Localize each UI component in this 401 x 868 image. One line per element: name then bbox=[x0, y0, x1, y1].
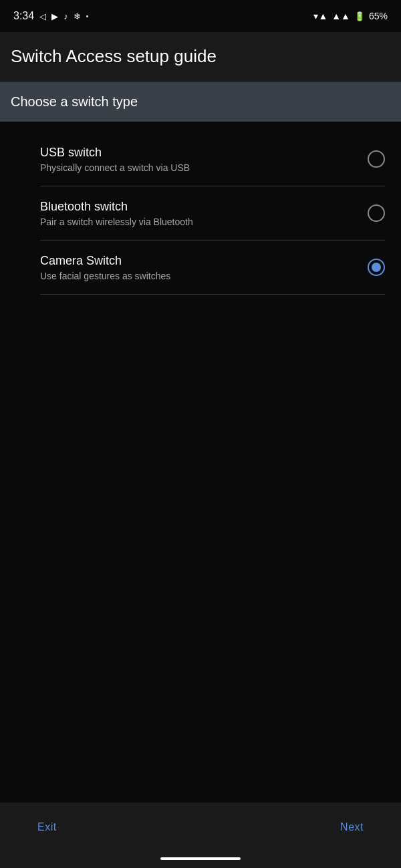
next-button[interactable]: Next bbox=[329, 816, 374, 839]
option-bluetooth-subtitle: Pair a switch wirelessly via Bluetooth bbox=[40, 216, 357, 227]
option-camera-content: Camera Switch Use facial gestures as swi… bbox=[40, 254, 357, 281]
option-usb-title: USB switch bbox=[40, 146, 357, 160]
option-bluetooth-title: Bluetooth switch bbox=[40, 200, 357, 214]
option-camera-subtitle: Use facial gestures as switches bbox=[40, 271, 357, 281]
navigation-icon: ◁ bbox=[39, 11, 46, 21]
status-time: 3:34 ◁ ▶ ♪ ❄ • bbox=[13, 10, 88, 22]
signal-icon: ▲▲ bbox=[331, 11, 350, 21]
option-bluetooth-content: Bluetooth switch Pair a switch wirelessl… bbox=[40, 200, 357, 227]
home-bar bbox=[160, 857, 241, 860]
dot-icon: • bbox=[86, 13, 89, 20]
option-usb-content: USB switch Physically connect a switch v… bbox=[40, 146, 357, 173]
option-usb-subtitle: Physically connect a switch via USB bbox=[40, 162, 357, 173]
option-camera-title: Camera Switch bbox=[40, 254, 357, 268]
music-icon: ♪ bbox=[63, 11, 68, 21]
radio-bluetooth[interactable] bbox=[368, 204, 385, 222]
bluetooth-status-icon: ❄ bbox=[74, 11, 81, 21]
status-indicators: ▾▲ ▲▲ 🔋 65% bbox=[313, 11, 388, 21]
bottom-bar: Exit Next bbox=[0, 803, 401, 868]
option-camera[interactable]: Camera Switch Use facial gestures as swi… bbox=[0, 241, 401, 295]
radio-camera[interactable] bbox=[368, 259, 385, 276]
youtube-icon: ▶ bbox=[51, 11, 58, 21]
wifi-icon: ▾▲ bbox=[313, 11, 327, 21]
radio-camera-selected-indicator bbox=[372, 263, 381, 272]
page-title: Switch Access setup guide bbox=[11, 45, 390, 68]
app-header: Switch Access setup guide bbox=[0, 32, 401, 82]
section-header: Choose a switch type bbox=[0, 82, 401, 122]
battery-level: 65% bbox=[369, 11, 388, 21]
home-indicator bbox=[0, 852, 401, 868]
section-title: Choose a switch type bbox=[11, 94, 390, 110]
battery-icon: 🔋 bbox=[354, 11, 365, 21]
status-bar: 3:34 ◁ ▶ ♪ ❄ • ▾▲ ▲▲ 🔋 65% bbox=[0, 0, 401, 32]
options-list: USB switch Physically connect a switch v… bbox=[0, 122, 401, 305]
radio-usb[interactable] bbox=[368, 150, 385, 168]
bottom-actions: Exit Next bbox=[0, 803, 401, 852]
exit-button[interactable]: Exit bbox=[27, 816, 68, 839]
option-usb[interactable]: USB switch Physically connect a switch v… bbox=[0, 132, 401, 186]
time-display: 3:34 bbox=[13, 10, 34, 22]
option-bluetooth[interactable]: Bluetooth switch Pair a switch wirelessl… bbox=[0, 186, 401, 241]
